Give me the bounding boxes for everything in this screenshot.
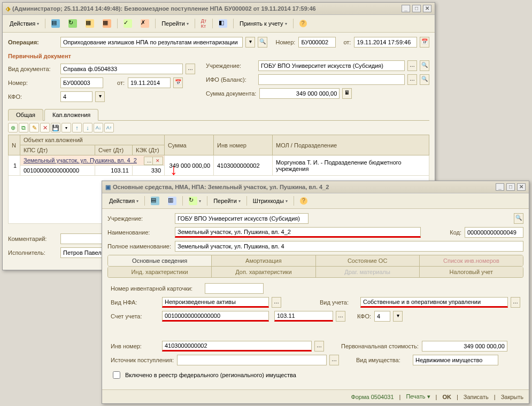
grid-edit-icon[interactable]: ✎ — [29, 123, 39, 132]
tb-icon-2[interactable]: ↻ — [65, 18, 81, 29]
maximize-button[interactable]: □ — [412, 5, 421, 12]
org-choose-icon[interactable]: … — [407, 60, 417, 71]
acct-field1[interactable] — [162, 311, 269, 322]
sum-calc-icon[interactable]: 🖩 — [342, 88, 352, 99]
accept-button[interactable]: Принять к учету▾ — [236, 19, 291, 28]
operation-field[interactable] — [60, 37, 243, 48]
date2-field[interactable] — [128, 77, 171, 88]
name-field[interactable] — [175, 227, 421, 238]
ifo-choose-icon[interactable]: … — [407, 74, 417, 85]
doctype-field[interactable] — [60, 64, 183, 74]
tb-icon-4[interactable]: ▦ — [99, 18, 115, 29]
kfo-dropdown-icon[interactable]: ▾ — [95, 91, 105, 102]
org2-search-icon[interactable]: 🔍 — [514, 213, 523, 224]
kfo2-dropdown-icon[interactable]: ▾ — [393, 311, 403, 322]
ifo-search-icon[interactable]: 🔍 — [420, 74, 429, 85]
ifo-field[interactable] — [258, 74, 405, 85]
table-row[interactable]: 1 Земельный участок, ул. Пушкина, вл. 4_… — [9, 155, 429, 166]
date-field[interactable] — [354, 37, 417, 48]
minimize-button[interactable]: _ — [402, 5, 410, 12]
grid-delete-icon[interactable]: ✕ — [40, 123, 50, 132]
proptype-field[interactable] — [413, 355, 498, 365]
form-link[interactable]: Форма 0504031 — [351, 394, 394, 400]
tb-post-icon[interactable]: ✓ — [120, 18, 136, 29]
tb-icon-5[interactable]: ◧ — [215, 18, 231, 29]
nfa-field[interactable] — [162, 297, 269, 308]
org-field[interactable] — [258, 60, 405, 71]
operation-search-icon[interactable]: 🔍 — [258, 37, 267, 48]
tb2-icon-2[interactable]: ▥ — [164, 195, 180, 207]
accttype-field[interactable] — [360, 297, 508, 308]
comment-label: Комментарий: — [8, 236, 57, 242]
kfo2-field[interactable] — [374, 311, 390, 322]
registry-checkbox[interactable] — [113, 371, 120, 379]
tab-amort[interactable]: Амортизация — [212, 255, 315, 266]
grid-save-dd-icon[interactable]: ▾ — [61, 123, 71, 132]
kfo2-label: КФО: — [357, 313, 371, 319]
doctype-label: Вид документа: — [8, 66, 57, 72]
cost-field[interactable] — [422, 341, 507, 352]
tb-icon-1[interactable]: ▤ — [48, 18, 64, 29]
doctype-choose-icon[interactable]: … — [186, 64, 195, 74]
app-icon: ⬗ — [6, 5, 10, 12]
grid-add-icon[interactable]: ⊕ — [8, 123, 18, 132]
acct-field2[interactable] — [274, 311, 333, 322]
code-field[interactable] — [465, 227, 523, 238]
grid-sort-asc-icon[interactable]: A↓ — [94, 123, 103, 132]
src-label: Источник поступления: — [111, 357, 174, 363]
save-button[interactable]: Записать — [464, 394, 489, 400]
help2-icon[interactable]: ? — [296, 196, 311, 206]
grid-sort-desc-icon[interactable]: A↑ — [104, 123, 114, 132]
tab-tax[interactable]: Налоговый учет — [420, 267, 523, 277]
grid-save-icon[interactable]: 💾 — [51, 123, 60, 132]
close-button-footer[interactable]: Закрыть — [501, 394, 523, 400]
inv-field[interactable] — [162, 341, 312, 352]
tb-unpost-icon[interactable]: ✗ — [137, 18, 153, 29]
nfa-choose-icon[interactable]: … — [272, 297, 281, 308]
close-button[interactable]: ✕ — [517, 183, 526, 191]
actions2-menu[interactable]: Действия▾ — [105, 196, 142, 206]
tab-capital[interactable]: Кап.вложения — [44, 109, 98, 121]
tab-ind-char[interactable]: Инд. характеристики — [108, 267, 212, 277]
minimize-button[interactable]: _ — [496, 183, 504, 191]
grid-up-icon[interactable]: ↑ — [72, 123, 82, 132]
org-search-icon[interactable]: 🔍 — [420, 60, 429, 71]
maximize-button[interactable]: □ — [506, 183, 515, 191]
tb-dkt-icon[interactable]: ДтКт — [197, 17, 210, 30]
accttype-choose-icon[interactable]: … — [511, 297, 520, 308]
inv-choose-icon[interactable]: … — [314, 341, 324, 352]
org2-field[interactable] — [175, 213, 309, 224]
operation-dropdown[interactable]: ▾ — [245, 37, 255, 48]
tab-invlist[interactable]: Список инв.номеров — [420, 255, 523, 266]
close-button[interactable]: ✕ — [423, 5, 431, 12]
print-button[interactable]: Печать ▾ — [406, 393, 430, 400]
src-choose-icon[interactable]: … — [329, 355, 339, 365]
tab-state[interactable]: Состояние ОС — [316, 255, 420, 266]
tb2-icon-1[interactable]: ▤ — [147, 195, 163, 207]
grid-copy-icon[interactable]: ⧉ — [19, 123, 28, 132]
fullname-field[interactable] — [175, 241, 523, 252]
tb2-icon-3[interactable]: ↻▾ — [185, 195, 205, 207]
acct-choose-icon[interactable]: … — [336, 311, 345, 322]
grid-down-icon[interactable]: ↓ — [83, 123, 92, 132]
actions-menu[interactable]: Действия▾ — [6, 19, 43, 28]
number2-field[interactable] — [60, 77, 103, 88]
number-field[interactable] — [298, 37, 336, 48]
src-field[interactable] — [177, 355, 327, 365]
tab-main-info[interactable]: Основные сведения — [108, 255, 212, 266]
tab-drag-mat[interactable]: Драг. материалы — [316, 267, 420, 277]
goto-menu[interactable]: Перейти▾ — [158, 19, 192, 28]
obj-clear-icon[interactable]: ✕ — [152, 157, 163, 165]
date-picker-icon[interactable]: 📅 — [420, 37, 429, 48]
help-icon[interactable]: ? — [296, 18, 311, 29]
goto2-menu[interactable]: Перейти▾ — [210, 196, 244, 206]
ok-button[interactable]: OK — [442, 394, 451, 400]
invcard-field[interactable] — [205, 283, 264, 294]
date2-picker-icon[interactable]: 📅 — [173, 77, 183, 88]
tab-general[interactable]: Общая — [8, 109, 43, 121]
tb-icon-3[interactable]: ▦ — [82, 18, 98, 29]
tab-dop-char[interactable]: Доп. характеристики — [212, 267, 315, 277]
window2-title: Основные средства, НМА, НПА: Земельный у… — [113, 184, 329, 190]
kfo-field[interactable] — [60, 91, 92, 102]
barcodes-menu[interactable]: Штрихкоды▾ — [249, 196, 291, 206]
